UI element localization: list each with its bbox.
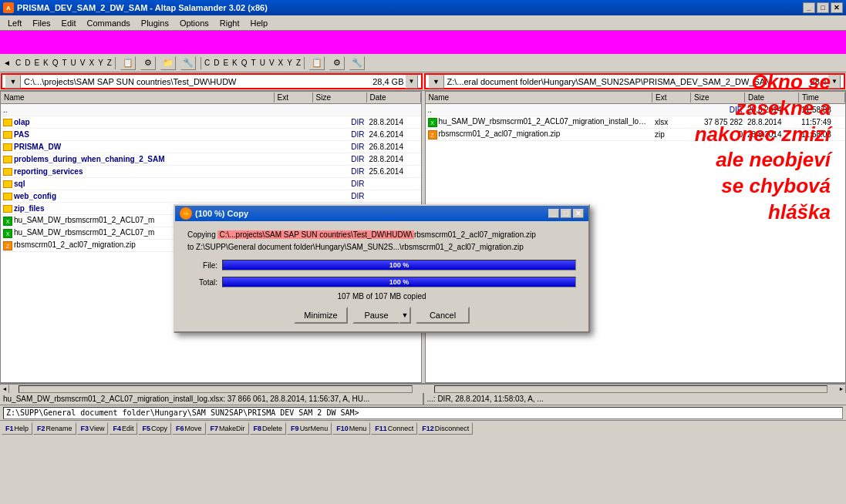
copy-source-text: Copying C:\...projects\SAM SAP SUN count… bbox=[187, 229, 576, 254]
total-progress-text: 100 % bbox=[223, 277, 575, 287]
pause-dropdown-arrow[interactable]: ▼ bbox=[399, 307, 411, 324]
toolbar-magenta bbox=[0, 31, 846, 54]
fkey-f2[interactable]: F2Rename bbox=[33, 422, 76, 435]
right-status: ...: DIR, 28.8.2014, 11:58:03, A, ... bbox=[424, 393, 847, 405]
left-path-dropdown[interactable]: ▼ bbox=[406, 75, 418, 89]
copy-size: 107 MB of 107 MB copied bbox=[187, 292, 576, 301]
fkey-f10[interactable]: F10Menu bbox=[332, 422, 370, 435]
left-col-size[interactable]: Size bbox=[313, 92, 367, 102]
fkey-f3[interactable]: F3View bbox=[77, 422, 109, 435]
total-progress-row: Total: 100 % bbox=[187, 275, 576, 289]
menu-plugins[interactable]: Plugins bbox=[137, 17, 174, 29]
maximize-button[interactable]: □ bbox=[817, 2, 829, 13]
fkey-f1[interactable]: F1Help bbox=[2, 422, 32, 435]
left-size: 28,4 GB bbox=[372, 77, 403, 86]
left-col-ext[interactable]: Ext bbox=[275, 92, 313, 102]
copy-dialog: → (100 %) Copy _ □ ✕ Copying C:\...proje… bbox=[174, 204, 590, 333]
table-row[interactable]: problems_during_when_chaning_2_SAM DIR 2… bbox=[1, 153, 421, 166]
fkey-f7[interactable]: F7MakeDir bbox=[207, 422, 249, 435]
table-row[interactable]: reporting_services DIR 25.6.2014 bbox=[1, 166, 421, 178]
toolbar-icon-btn3[interactable]: 📁 bbox=[160, 56, 176, 70]
file-progress-text: 100 % bbox=[223, 260, 575, 270]
close-button[interactable]: ✕ bbox=[831, 2, 843, 13]
left-drive-button[interactable]: ▼ bbox=[5, 75, 21, 89]
pause-button[interactable]: Pause bbox=[352, 307, 399, 324]
total-label: Total: bbox=[187, 278, 222, 287]
command-bar bbox=[0, 405, 846, 421]
h-scroll-right[interactable]: ► bbox=[837, 385, 846, 394]
toolbar-right-icon3[interactable]: 🔧 bbox=[349, 56, 365, 70]
left-path: C:\...\projects\SAM SAP SUN countries\Te… bbox=[24, 77, 369, 86]
menu-help[interactable]: Help bbox=[246, 17, 273, 29]
pause-button-group[interactable]: Pause ▼ bbox=[352, 307, 411, 324]
table-row[interactable]: .. bbox=[1, 104, 421, 116]
file-progress-fill: 100 % bbox=[223, 260, 575, 270]
total-progress-bar: 100 % bbox=[222, 277, 576, 287]
fkey-f5[interactable]: F5Copy bbox=[138, 422, 171, 435]
file-progress-bar: 100 % bbox=[222, 260, 576, 270]
right-drive-button[interactable]: ▼ bbox=[429, 75, 444, 89]
left-h-scroll[interactable] bbox=[19, 385, 413, 393]
app-icon: A bbox=[3, 2, 14, 13]
minimize-dialog-button[interactable]: Minimize bbox=[294, 307, 348, 324]
fkey-f4[interactable]: F4Edit bbox=[109, 422, 137, 435]
menu-commands[interactable]: Commands bbox=[83, 17, 135, 29]
cancel-button[interactable]: Cancel bbox=[416, 307, 470, 324]
left-panel-header: Name Ext Size Date bbox=[1, 92, 421, 104]
minimize-button[interactable]: _ bbox=[803, 2, 815, 13]
menu-bar: Left Files Edit Commands Plugins Options… bbox=[0, 15, 846, 31]
dialog-icon: → bbox=[180, 207, 192, 220]
fkey-f9[interactable]: F9UsrMenu bbox=[287, 422, 332, 435]
menu-right[interactable]: Right bbox=[215, 17, 244, 29]
table-row[interactable]: PAS DIR 24.6.2014 bbox=[1, 129, 421, 141]
fkey-f8[interactable]: F8Delete bbox=[250, 422, 287, 435]
total-progress-fill: 100 % bbox=[223, 277, 575, 287]
dialog-controls[interactable]: _ □ ✕ bbox=[548, 209, 584, 218]
menu-files[interactable]: Files bbox=[28, 17, 55, 29]
window-controls[interactable]: _ □ ✕ bbox=[803, 2, 843, 13]
title-bar: A PRISMA_DEV_SAM_2_DW_SAM - Altap Salama… bbox=[0, 0, 846, 15]
menu-left[interactable]: Left bbox=[3, 17, 26, 29]
toolbar-right-icon2[interactable]: ⚙ bbox=[329, 56, 345, 70]
dialog-maximize[interactable]: □ bbox=[561, 209, 571, 218]
left-status: hu_SAM_DW_rbsmscrm01_2_ACL07_migration_i… bbox=[0, 393, 424, 405]
fkey-f12[interactable]: F12Disconnect bbox=[418, 422, 473, 435]
dialog-title-bar: → (100 %) Copy _ □ ✕ bbox=[175, 206, 588, 221]
dialog-close[interactable]: ✕ bbox=[573, 209, 584, 218]
right-status-text: ...: DIR, 28.8.2014, 11:58:03, A, ... bbox=[427, 395, 544, 403]
dialog-title-text: (100 %) Copy bbox=[195, 209, 248, 218]
toolbar-icon-btn[interactable]: 📋 bbox=[120, 56, 136, 70]
annotation: Okno se zasekne a nakonec zmizí ale neob… bbox=[615, 69, 831, 226]
table-row[interactable]: sql DIR bbox=[1, 178, 421, 190]
table-row[interactable]: olap DIR 28.8.2014 bbox=[1, 116, 421, 129]
toolbar-right-icon1[interactable]: 📋 bbox=[309, 56, 325, 70]
h-scroll-left[interactable]: ◄ bbox=[0, 385, 9, 394]
fkey-f6[interactable]: F6Move bbox=[172, 422, 206, 435]
left-status-text: hu_SAM_DW_rbsmscrm01_2_ACL07_migration_i… bbox=[3, 395, 369, 403]
window-title: PRISMA_DEV_SAM_2_DW_SAM - Altap Salamand… bbox=[17, 3, 268, 12]
toolbar-icon-btn4[interactable]: 🔧 bbox=[180, 56, 196, 70]
dialog-content: Copying C:\...projects\SAM SAP SUN count… bbox=[175, 221, 588, 331]
left-col-date[interactable]: Date bbox=[367, 92, 421, 102]
table-row[interactable]: PRISMA_DW DIR 26.8.2014 bbox=[1, 141, 421, 153]
file-label: File: bbox=[187, 261, 222, 270]
table-row[interactable]: web_config DIR bbox=[1, 190, 421, 203]
left-col-name[interactable]: Name bbox=[1, 92, 275, 102]
dialog-buttons: Minimize Pause ▼ Cancel bbox=[187, 307, 576, 324]
menu-edit[interactable]: Edit bbox=[57, 17, 81, 29]
dialog-minimize[interactable]: _ bbox=[548, 209, 559, 218]
file-progress-row: File: 100 % bbox=[187, 258, 576, 272]
right-h-scroll[interactable] bbox=[434, 385, 828, 393]
fkey-bar: F1Help F2Rename F3View F4Edit F5Copy F6M… bbox=[0, 421, 846, 436]
fkey-f11[interactable]: F11Connect bbox=[371, 422, 417, 435]
status-bar: hu_SAM_DW_rbsmscrm01_2_ACL07_migration_i… bbox=[0, 393, 846, 405]
menu-options[interactable]: Options bbox=[175, 17, 214, 29]
h-scrollbar[interactable]: ◄ ► bbox=[0, 384, 846, 393]
toolbar-icon-btn2[interactable]: ⚙ bbox=[140, 56, 156, 70]
command-input[interactable] bbox=[3, 407, 843, 419]
